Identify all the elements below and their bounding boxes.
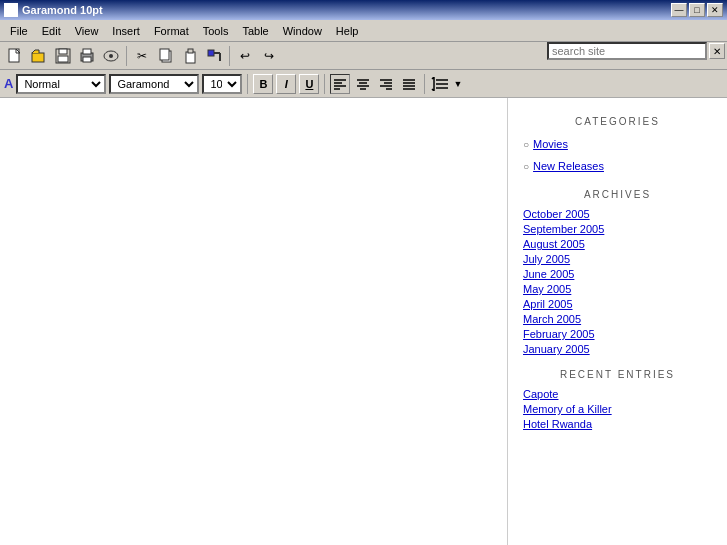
svg-rect-14 <box>188 49 193 53</box>
sidebar: CATEGORIES ○ Movies ○ New Releases ARCHI… <box>507 98 727 545</box>
svg-point-10 <box>109 54 113 58</box>
save-button[interactable] <box>52 45 74 67</box>
font-select[interactable]: Garamond <box>109 74 199 94</box>
svg-rect-7 <box>83 57 91 62</box>
svg-rect-13 <box>186 52 195 63</box>
search-input[interactable] <box>547 42 707 60</box>
bold-button[interactable]: B <box>253 74 273 94</box>
preview-button[interactable] <box>100 45 122 67</box>
window-title: Garamond 10pt <box>22 4 103 16</box>
archive-oct-2005[interactable]: October 2005 <box>523 208 712 220</box>
font-size-select[interactable]: 10 <box>202 74 242 94</box>
bullet-icon: ○ <box>523 161 529 172</box>
menu-view[interactable]: View <box>69 23 105 39</box>
menu-tools[interactable]: Tools <box>197 23 235 39</box>
recent-capote[interactable]: Capote <box>523 388 712 400</box>
menu-file[interactable]: File <box>4 23 34 39</box>
print-button[interactable] <box>76 45 98 67</box>
menu-table[interactable]: Table <box>236 23 274 39</box>
archive-aug-2005[interactable]: August 2005 <box>523 238 712 250</box>
toolbar-separator-1 <box>126 46 127 66</box>
search-area: ✕ <box>547 42 725 60</box>
recent-memory-of-a-killer[interactable]: Memory of a Killer <box>523 403 712 415</box>
underline-button[interactable]: U <box>299 74 319 94</box>
menu-insert[interactable]: Insert <box>106 23 146 39</box>
copy-button[interactable] <box>155 45 177 67</box>
category-movies-item: ○ Movies <box>523 135 712 153</box>
archive-jul-2005[interactable]: July 2005 <box>523 253 712 265</box>
recent-hotel-rwanda[interactable]: Hotel Rwanda <box>523 418 712 430</box>
align-center-button[interactable] <box>353 74 373 94</box>
line-spacing-button[interactable] <box>430 74 450 94</box>
format-sep-2 <box>324 74 325 94</box>
line-spacing-dropdown-icon: ▼ <box>453 79 462 89</box>
svg-rect-8 <box>83 49 91 54</box>
app-icon: A <box>4 3 18 17</box>
category-new-releases-link[interactable]: New Releases <box>533 160 604 172</box>
svg-rect-4 <box>59 49 67 54</box>
justify-button[interactable] <box>399 74 419 94</box>
close-button[interactable]: ✕ <box>707 3 723 17</box>
maximize-button[interactable]: □ <box>689 3 705 17</box>
title-bar: A Garamond 10pt — □ ✕ <box>0 0 727 20</box>
format-sep-3 <box>424 74 425 94</box>
archive-apr-2005[interactable]: April 2005 <box>523 298 712 310</box>
archive-may-2005[interactable]: May 2005 <box>523 283 712 295</box>
menu-bar: File Edit View Insert Format Tools Table… <box>0 20 727 42</box>
menu-window[interactable]: Window <box>277 23 328 39</box>
svg-rect-5 <box>58 56 68 62</box>
menu-format[interactable]: Format <box>148 23 195 39</box>
recent-entries-title: RECENT ENTRIES <box>523 369 712 380</box>
svg-rect-2 <box>32 53 44 62</box>
menu-edit[interactable]: Edit <box>36 23 67 39</box>
open-button[interactable] <box>28 45 50 67</box>
menu-help[interactable]: Help <box>330 23 365 39</box>
format-paint-button[interactable] <box>203 45 225 67</box>
archive-sep-2005[interactable]: September 2005 <box>523 223 712 235</box>
svg-rect-15 <box>208 50 214 56</box>
format-sep-1 <box>247 74 248 94</box>
svg-rect-12 <box>160 49 169 60</box>
cut-button[interactable]: ✂ <box>131 45 153 67</box>
format-toolbar: A Normal Garamond 10 B I U ▼ <box>0 70 727 98</box>
archives-title: ARCHIVES <box>523 189 712 200</box>
main-area: CATEGORIES ○ Movies ○ New Releases ARCHI… <box>0 98 727 545</box>
align-right-button[interactable] <box>376 74 396 94</box>
paste-button[interactable] <box>179 45 201 67</box>
style-indicator-icon: A <box>4 76 13 91</box>
search-close-button[interactable]: ✕ <box>709 43 725 59</box>
archive-jun-2005[interactable]: June 2005 <box>523 268 712 280</box>
minimize-button[interactable]: — <box>671 3 687 17</box>
toolbar-separator-2 <box>229 46 230 66</box>
category-new-releases-item: ○ New Releases <box>523 157 712 175</box>
bullet-icon: ○ <box>523 139 529 150</box>
italic-button[interactable]: I <box>276 74 296 94</box>
align-left-button[interactable] <box>330 74 350 94</box>
archive-jan-2005[interactable]: January 2005 <box>523 343 712 355</box>
archive-mar-2005[interactable]: March 2005 <box>523 313 712 325</box>
archive-feb-2005[interactable]: February 2005 <box>523 328 712 340</box>
new-button[interactable] <box>4 45 26 67</box>
categories-title: CATEGORIES <box>523 116 712 127</box>
undo-button[interactable]: ↩ <box>234 45 256 67</box>
redo-button[interactable]: ↪ <box>258 45 280 67</box>
category-movies-link[interactable]: Movies <box>533 138 568 150</box>
paragraph-style-select[interactable]: Normal <box>16 74 106 94</box>
editor-area[interactable] <box>0 98 507 545</box>
